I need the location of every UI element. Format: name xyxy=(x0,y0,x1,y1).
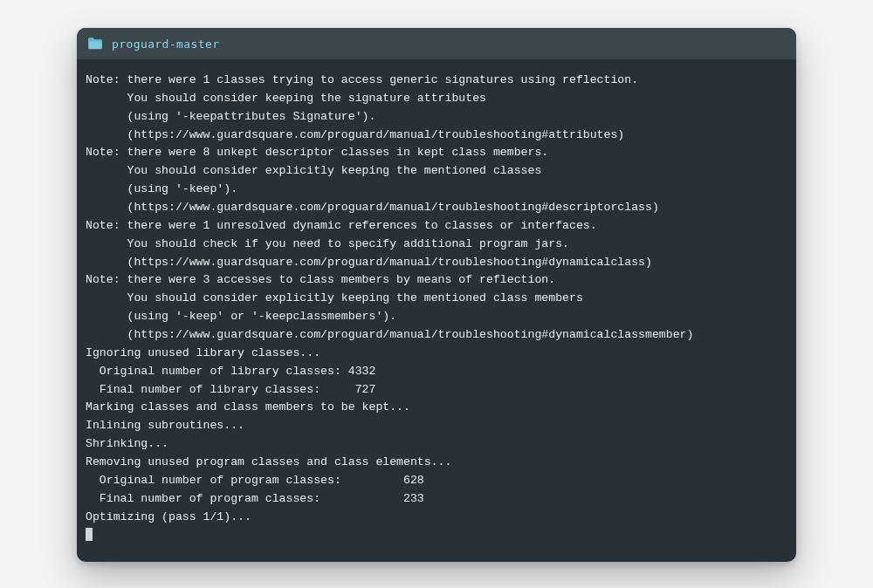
cursor xyxy=(86,528,93,541)
terminal-line: (using '-keepattributes Signature'). xyxy=(86,108,787,126)
terminal-line: (using '-keep'). xyxy=(86,181,787,199)
terminal-line: Removing unused program classes and clas… xyxy=(86,454,787,472)
terminal-line: You should consider keeping the signatur… xyxy=(86,90,787,108)
terminal-line: Optimizing (pass 1/1)... xyxy=(86,509,787,527)
terminal-line: Final number of program classes: 233 xyxy=(86,490,787,509)
terminal-line: Final number of library classes: 727 xyxy=(86,381,787,400)
terminal-line: Note: there were 1 unresolved dynamic re… xyxy=(86,217,787,236)
terminal-line: Inlining subroutines... xyxy=(86,417,787,435)
terminal-line: Original number of program classes: 628 xyxy=(86,472,787,490)
terminal-line: Shrinking... xyxy=(86,435,787,454)
terminal-line: Note: there were 1 classes trying to acc… xyxy=(86,72,787,90)
terminal-line: Ignoring unused library classes... xyxy=(86,345,787,363)
terminal-line: (https://www.guardsquare.com/proguard/ma… xyxy=(86,199,787,217)
terminal-line: You should check if you need to specify … xyxy=(86,236,787,254)
terminal-line: Note: there were 3 accesses to class mem… xyxy=(86,271,787,290)
terminal-line: You should consider explicitly keeping t… xyxy=(86,290,787,308)
terminal-window: proguard-master Note: there were 1 class… xyxy=(77,28,796,562)
titlebar: proguard-master xyxy=(77,28,796,59)
terminal-line: (https://www.guardsquare.com/proguard/ma… xyxy=(86,126,787,145)
terminal-line: Original number of library classes: 4332 xyxy=(86,363,787,381)
terminal-line: (https://www.guardsquare.com/proguard/ma… xyxy=(86,326,787,345)
terminal-line: Marking classes and class members to be … xyxy=(86,399,787,417)
terminal-line: (https://www.guardsquare.com/proguard/ma… xyxy=(86,254,787,272)
terminal-output[interactable]: Note: there were 1 classes trying to acc… xyxy=(77,59,796,562)
folder-icon xyxy=(87,36,103,51)
terminal-line: You should consider explicitly keeping t… xyxy=(86,162,787,181)
terminal-cursor-line xyxy=(86,526,787,546)
terminal-line: (using '-keep' or '-keepclassmembers'). xyxy=(86,308,787,326)
terminal-line: Note: there were 8 unkept descriptor cla… xyxy=(86,144,787,162)
window-title: proguard-master xyxy=(112,38,219,51)
